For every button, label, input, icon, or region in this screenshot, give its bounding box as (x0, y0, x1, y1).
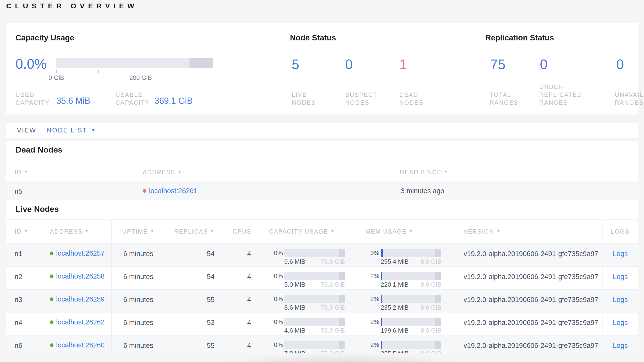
column-header-address[interactable]: ADDRESS ▼ (41, 220, 112, 243)
capacity-usage-cell: 0% 5.0 MiB 73.8 GiB (260, 267, 356, 289)
sort-desc-icon: ▼ (210, 229, 214, 233)
logs-link[interactable]: Logs (613, 319, 628, 326)
dead-nodes-label: DEAD NODES (399, 91, 424, 107)
live-nodes-count: 5 (292, 57, 299, 72)
column-header-uptime[interactable]: UPTIME ▼ (112, 220, 165, 243)
mem-usage-bar (381, 272, 441, 280)
logs-link[interactable]: Logs (613, 273, 628, 280)
capacity-usage-cell: 0% 7.8 MiB 73.8 GiB (260, 335, 356, 353)
usable-capacity-value: 369.1 GiB (154, 96, 193, 106)
node-address-cell: localhost:26260 (41, 335, 112, 353)
view-selector-dropdown[interactable]: NODE LIST ▼ (47, 127, 95, 134)
node-id: n1 (6, 244, 41, 266)
cpus-value: 4 (224, 267, 260, 289)
node-address-link[interactable]: localhost:26262 (56, 318, 104, 326)
view-bar: VIEW: NODE LIST ▼ (6, 123, 638, 138)
uptime-value: 6 minutes (112, 267, 165, 289)
mem-used-value: 225.5 MiB (381, 350, 409, 353)
axis-tick (56, 70, 57, 73)
node-id: n3 (6, 290, 41, 312)
mem-usage-bar (381, 295, 441, 303)
mem-total-value: 8.0 GiB (420, 304, 441, 311)
capacity-usage-bar (284, 318, 345, 326)
uptime-value: 6 minutes (112, 244, 165, 266)
suspect-nodes-label: SUSPECT NODES (345, 91, 378, 107)
mem-percent-value: 2% (366, 272, 379, 280)
dead-nodes-table-header: ID ▼ ADDRESS ▼ DEAD SINCE ▼ (6, 163, 638, 181)
node-address-link[interactable]: localhost:26261 (149, 187, 198, 195)
chevron-down-icon: ▼ (91, 128, 96, 133)
node-address-link[interactable]: localhost:26257 (56, 249, 104, 257)
mem-percent-value: 2% (366, 318, 379, 326)
node-address-cell: localhost:26262 (41, 312, 112, 335)
capacity-total-value: 73.8 GiB (321, 350, 345, 353)
sort-desc-icon: ▼ (409, 229, 414, 233)
column-header-version[interactable]: VERSION ▼ (454, 220, 602, 243)
cpus-value: 4 (224, 312, 260, 335)
view-selected-value: NODE LIST (47, 127, 87, 134)
table-row: n1 localhost:26257 6 minutes 54 4 0% 9.6… (6, 243, 638, 266)
node-id: n4 (6, 312, 41, 335)
column-header-dead-since[interactable]: DEAD SINCE ▼ (391, 163, 638, 181)
replicas-value: 54 (165, 267, 224, 289)
logs-link[interactable]: Logs (613, 296, 628, 303)
column-header-id[interactable]: ID ▼ (6, 220, 41, 243)
sort-desc-icon: ▼ (85, 229, 89, 233)
used-capacity-value: 35.6 MiB (56, 96, 90, 106)
node-address-link[interactable]: localhost:26258 (56, 272, 104, 280)
logs-link[interactable]: Logs (613, 250, 628, 258)
replication-status-section: Replication Status 75 TOTAL RANGES 0 UND… (479, 23, 638, 114)
node-address-link[interactable]: localhost:26259 (56, 295, 104, 303)
page-title: CLUSTER OVERVIEW (6, 2, 138, 10)
capacity-usage-cell: 0% 9.6 MiB 73.8 GiB (260, 244, 356, 266)
node-address-link[interactable]: localhost:26260 (56, 341, 104, 349)
mem-percent-value: 2% (366, 341, 379, 349)
live-status-icon (50, 252, 54, 255)
capacity-percent-value: 0% (269, 295, 283, 303)
unavailable-ranges-label: UNAVAILABLE RANGES (615, 91, 644, 107)
version-value: v19.2.0-alpha.20190606-2491-gfe735c9a97 (454, 335, 602, 353)
unavailable-ranges-count: 0 (616, 57, 624, 72)
mem-usage-bar (381, 341, 441, 349)
capacity-percent-value: 0% (269, 341, 283, 349)
uptime-value: 6 minutes (112, 335, 165, 353)
total-ranges-label: TOTAL RANGES (490, 91, 518, 107)
dead-nodes-count: 1 (399, 57, 407, 72)
capacity-percent-value: 0% (269, 272, 283, 280)
capacity-usage-bar (284, 341, 345, 349)
cluster-summary-card: Capacity Usage 0.0% 0 GiB 200 GiB USED C… (6, 23, 638, 115)
mem-usage-cell: 2% 220.1 MiB 8.0 GiB (356, 267, 454, 289)
column-header-replicas[interactable]: REPLICAS ▼ (165, 220, 224, 243)
capacity-used-value: 8.6 MiB (284, 304, 305, 311)
capacity-usage-bar (284, 272, 345, 280)
logs-link[interactable]: Logs (613, 342, 628, 349)
live-nodes-heading: Live Nodes (16, 204, 59, 214)
capacity-usage-section: Capacity Usage 0.0% 0 GiB 200 GiB USED C… (6, 23, 282, 114)
axis-tick (183, 70, 183, 73)
table-row: n5 localhost:26261 3 minutes ago (6, 181, 638, 200)
table-row: n4 localhost:26262 6 minutes 53 4 0% 4.6… (6, 312, 638, 335)
uptime-value: 6 minutes (112, 312, 165, 335)
column-header-id[interactable]: ID ▼ (6, 163, 134, 181)
capacity-used-value: 5.0 MiB (284, 281, 305, 288)
capacity-usage-title: Capacity Usage (16, 33, 74, 43)
mem-usage-bar (381, 318, 441, 326)
mem-percent-value: 2% (366, 295, 379, 303)
capacity-usage-cell: 0% 8.6 MiB 73.8 GiB (260, 290, 356, 312)
node-address-cell: localhost:26259 (41, 290, 112, 312)
column-header-capacity-usage[interactable]: CAPACITY USAGE ▼ (260, 220, 356, 243)
sort-desc-icon: ▼ (150, 229, 154, 233)
sort-desc-icon: ▼ (24, 229, 28, 233)
capacity-percent-value: 0% (269, 318, 283, 326)
node-address-cell: localhost:26258 (41, 267, 112, 289)
mem-total-value: 8.0 GiB (420, 327, 441, 334)
table-row: n3 localhost:26259 6 minutes 55 4 0% 8.6… (6, 289, 638, 312)
column-header-cpus[interactable]: CPUS (224, 220, 260, 243)
mem-usage-cell: 2% 225.5 MiB 8.0 GiB (356, 335, 454, 353)
live-status-icon (50, 274, 54, 278)
capacity-used-value: 9.6 MiB (284, 258, 305, 265)
column-header-address[interactable]: ADDRESS ▼ (134, 163, 391, 181)
suspect-nodes-count: 0 (345, 57, 353, 72)
column-header-mem-usage[interactable]: MEM USAGE ▼ (356, 220, 454, 243)
capacity-total-value: 73.8 GiB (321, 281, 345, 288)
